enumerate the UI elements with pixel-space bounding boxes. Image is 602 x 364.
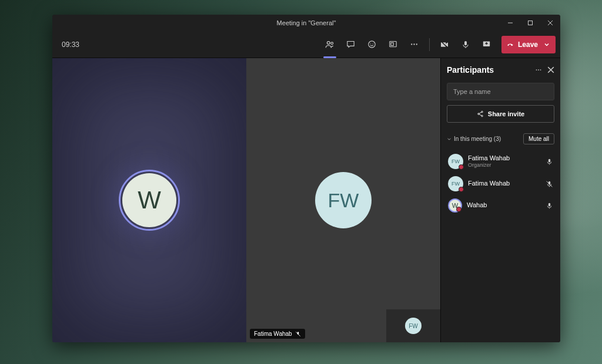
participant-info: Wahab [467, 201, 541, 209]
participant-info: Fatima Wahab [468, 180, 541, 187]
rooms-button[interactable] [383, 35, 403, 55]
panel-close-button[interactable] [547, 66, 554, 73]
avatar: FW [448, 154, 463, 169]
avatar: FW [315, 172, 372, 228]
video-tile-fatima[interactable]: FW Fatima Wahab FW [246, 58, 440, 342]
self-thumbnail[interactable]: FW [386, 309, 440, 342]
section-in-meeting[interactable]: In this meeting (3) [447, 136, 501, 142]
participant-search-input[interactable]: Type a name [447, 83, 554, 100]
mic-icon [546, 158, 553, 166]
avatar: W [122, 173, 176, 227]
svg-point-2 [331, 42, 333, 44]
video-tile-wahab[interactable]: W Wahab [52, 58, 246, 342]
svg-rect-5 [391, 43, 393, 46]
svg-point-1 [327, 41, 330, 44]
window-title: Meeting in "General" [277, 19, 336, 26]
speaking-ring: W [119, 170, 180, 231]
minimize-button[interactable] [500, 15, 520, 31]
svg-point-13 [538, 69, 539, 70]
mic-muted-icon [295, 331, 301, 337]
hangup-icon [506, 41, 514, 49]
svg-rect-0 [529, 21, 533, 25]
leave-button[interactable]: Leave [501, 36, 556, 53]
mute-all-button[interactable]: Mute all [523, 133, 554, 144]
presence-dot [456, 207, 461, 212]
avatar: W [448, 198, 462, 213]
meeting-timer: 09:33 [62, 41, 79, 49]
chat-button[interactable] [341, 35, 361, 55]
mic-icon [546, 202, 553, 210]
participant-role: Organizer [468, 162, 541, 168]
participants-button[interactable] [320, 35, 340, 55]
maximize-button[interactable] [520, 15, 540, 31]
titlebar: Meeting in "General" [52, 15, 560, 31]
tile-name-label: Fatima Wahab [250, 329, 305, 339]
svg-rect-18 [549, 159, 550, 162]
share-invite-button[interactable]: Share invite [447, 105, 554, 123]
svg-point-14 [540, 69, 541, 70]
participant-info: Fatima WahabOrganizer [468, 154, 541, 168]
more-actions-button[interactable] [404, 35, 424, 55]
mic-muted-icon [546, 180, 553, 188]
share-icon [477, 110, 484, 117]
toolbar-divider [429, 38, 430, 51]
participant-row[interactable]: FWFatima WahabOrganizer [447, 150, 554, 173]
camera-button[interactable] [434, 35, 454, 55]
svg-point-3 [369, 41, 375, 48]
meeting-toolbar: 09:33 [52, 31, 560, 58]
meeting-window: Meeting in "General" 09:33 [52, 15, 560, 342]
share-screen-button[interactable] [477, 35, 497, 55]
caret-down-icon [447, 137, 452, 141]
participant-row[interactable]: FWFatima Wahab [447, 173, 554, 195]
microphone-button[interactable] [456, 35, 476, 55]
participant-name: Fatima Wahab [468, 154, 541, 162]
svg-point-8 [416, 43, 417, 45]
close-button[interactable] [540, 15, 560, 31]
panel-title: Participants [447, 65, 494, 75]
participant-name: Wahab [467, 201, 541, 209]
presence-dot [459, 187, 464, 192]
svg-rect-20 [549, 203, 550, 206]
avatar: FW [405, 318, 422, 334]
svg-rect-9 [464, 41, 467, 45]
svg-point-6 [412, 43, 413, 45]
svg-point-7 [414, 43, 415, 45]
panel-more-button[interactable] [534, 66, 543, 74]
participants-list: FWFatima WahabOrganizerFWFatima WahabWWa… [447, 150, 554, 216]
participant-row[interactable]: WWahab [447, 195, 554, 216]
avatar: FW [448, 176, 463, 191]
presence-dot [459, 164, 464, 170]
chevron-down-icon [544, 42, 550, 48]
meeting-content: W Wahab FW Fatima Wahab FW Participants [52, 58, 560, 342]
window-controls [500, 15, 560, 31]
participant-name: Fatima Wahab [468, 180, 541, 187]
participants-panel: Participants Type a name Share invite [440, 58, 560, 342]
reactions-button[interactable] [362, 35, 382, 55]
leave-label: Leave [518, 41, 538, 49]
svg-point-12 [536, 69, 537, 70]
video-grid: W Wahab FW Fatima Wahab FW [52, 58, 440, 342]
